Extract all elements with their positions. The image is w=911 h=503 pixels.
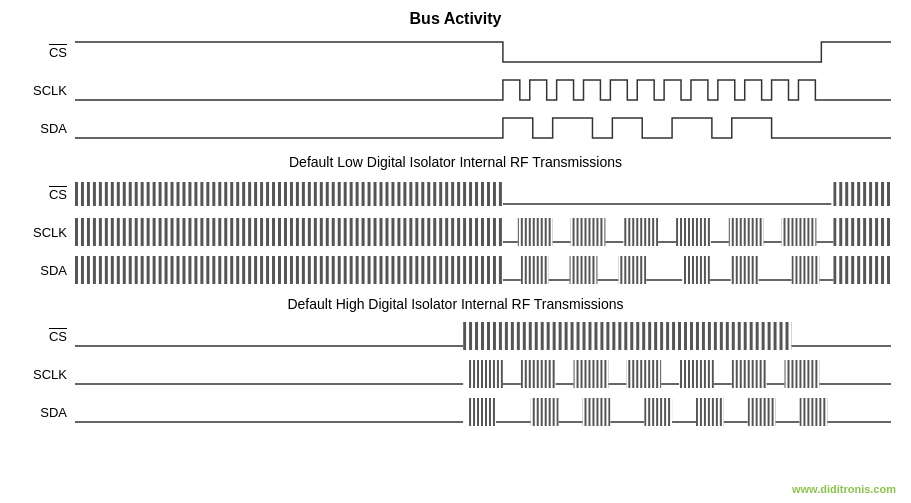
signal-row-sda1: SDA — [20, 110, 891, 146]
signal-label-sclk3: SCLK — [20, 367, 75, 382]
svg-rect-30 — [791, 255, 819, 285]
svg-rect-45 — [468, 359, 503, 389]
svg-rect-11 — [676, 217, 711, 247]
svg-rect-8 — [518, 217, 553, 247]
default-low-title: Default Low Digital Isolator Internal RF… — [20, 154, 891, 170]
svg-rect-28 — [682, 255, 710, 285]
section-bus-activity: Bus Activity CS SCLK — [20, 10, 891, 146]
signal-row-cs2: CS — [20, 176, 891, 212]
svg-rect-4 — [833, 180, 891, 208]
signal-label-sda1: SDA — [20, 121, 75, 136]
section-default-low: Default Low Digital Isolator Internal RF… — [20, 154, 891, 288]
signal-canvas-sda3 — [75, 394, 891, 430]
svg-rect-26 — [570, 255, 598, 285]
svg-rect-2 — [75, 180, 503, 208]
signal-canvas-cs3 — [75, 318, 891, 354]
svg-rect-71 — [748, 397, 776, 427]
svg-rect-49 — [574, 359, 609, 389]
signal-row-sclk1: SCLK — [20, 72, 891, 108]
signal-canvas-cs1 — [75, 34, 891, 70]
svg-rect-41 — [463, 321, 791, 351]
signal-canvas-cs2 — [75, 176, 891, 212]
signal-canvas-sclk3 — [75, 356, 891, 392]
signal-row-sda2: SDA — [20, 252, 891, 288]
signal-row-cs3: CS — [20, 318, 891, 354]
svg-rect-73 — [799, 397, 827, 427]
signal-label-sclk1: SCLK — [20, 83, 75, 98]
signal-row-cs1: CS — [20, 34, 891, 70]
signal-row-sclk3: SCLK — [20, 356, 891, 392]
svg-rect-57 — [785, 359, 820, 389]
svg-rect-27 — [618, 255, 646, 285]
svg-rect-53 — [679, 359, 714, 389]
svg-rect-69 — [696, 397, 724, 427]
section-default-high: Default High Digital Isolator Internal R… — [20, 296, 891, 430]
svg-rect-21 — [833, 217, 891, 247]
signal-label-cs1: CS — [20, 45, 75, 60]
svg-rect-13 — [782, 217, 817, 247]
watermark: www.diditronis.com — [792, 483, 896, 495]
signal-canvas-sda2 — [75, 252, 891, 288]
svg-rect-24 — [75, 255, 503, 285]
svg-rect-38 — [833, 255, 891, 285]
signal-canvas-sclk1 — [75, 72, 891, 108]
svg-rect-25 — [521, 255, 549, 285]
signal-label-cs3: CS — [20, 329, 75, 344]
signal-canvas-sda1 — [75, 110, 891, 146]
svg-rect-61 — [468, 397, 496, 427]
signal-canvas-sclk2 — [75, 214, 891, 250]
signal-label-sclk2: SCLK — [20, 225, 75, 240]
svg-rect-67 — [644, 397, 672, 427]
svg-rect-63 — [531, 397, 559, 427]
svg-rect-51 — [626, 359, 661, 389]
svg-rect-55 — [732, 359, 767, 389]
svg-rect-9 — [571, 217, 606, 247]
svg-rect-12 — [729, 217, 764, 247]
svg-rect-7 — [75, 217, 503, 247]
svg-rect-47 — [521, 359, 556, 389]
diagram-container: Bus Activity CS SCLK — [0, 0, 911, 503]
svg-rect-10 — [623, 217, 658, 247]
signal-label-sda3: SDA — [20, 405, 75, 420]
svg-rect-65 — [583, 397, 611, 427]
signal-row-sclk2: SCLK — [20, 214, 891, 250]
bus-activity-title: Bus Activity — [20, 10, 891, 28]
signal-label-cs2: CS — [20, 187, 75, 202]
signal-row-sda3: SDA — [20, 394, 891, 430]
signal-label-sda2: SDA — [20, 263, 75, 278]
default-high-title: Default High Digital Isolator Internal R… — [20, 296, 891, 312]
svg-rect-29 — [731, 255, 759, 285]
